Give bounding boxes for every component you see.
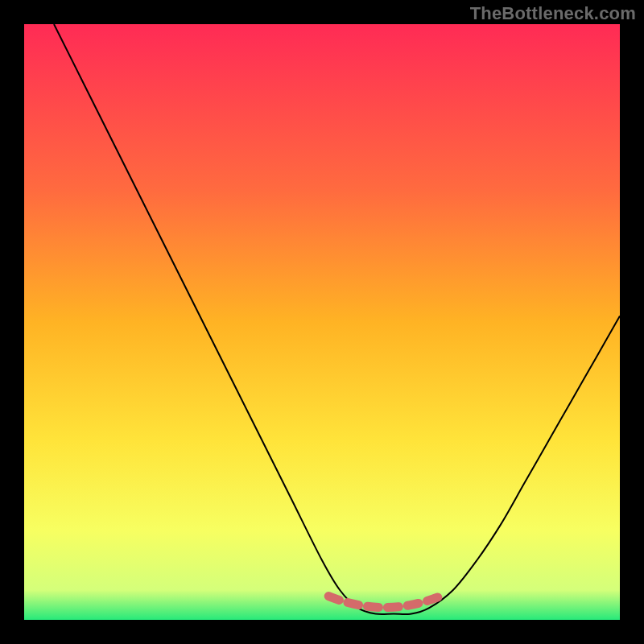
plot-area (24, 24, 620, 620)
curve-layer (24, 24, 620, 620)
watermark-text: TheBottleneck.com (470, 3, 636, 24)
chart-stage: TheBottleneck.com (0, 0, 644, 644)
bottleneck-curve (54, 24, 620, 614)
